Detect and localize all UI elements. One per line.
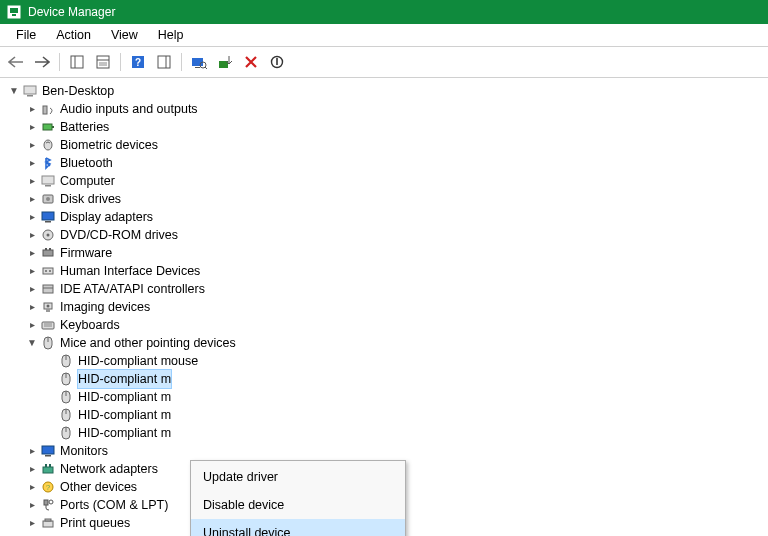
tree-category[interactable]: ▸Audio inputs and outputs — [8, 100, 768, 118]
category-icon — [40, 497, 56, 513]
context-menu: Update driver Disable device Uninstall d… — [190, 460, 406, 536]
svg-rect-43 — [46, 309, 50, 312]
expand-arrow-icon[interactable]: ▼ — [26, 334, 38, 352]
expand-arrow-icon[interactable]: ▸ — [26, 100, 38, 118]
app-icon — [6, 4, 22, 20]
category-icon — [40, 209, 56, 225]
expand-arrow-icon[interactable]: ▸ — [26, 154, 38, 172]
category-label: Display adapters — [60, 208, 153, 226]
expand-arrow-icon[interactable]: ▸ — [26, 208, 38, 226]
tree-category[interactable]: ▸Monitors — [8, 442, 768, 460]
expand-arrow-icon[interactable]: ▸ — [26, 478, 38, 496]
category-label: IDE ATA/ATAPI controllers — [60, 280, 205, 298]
ctx-update-driver[interactable]: Update driver — [191, 463, 405, 491]
expand-arrow-icon[interactable]: ▸ — [26, 298, 38, 316]
help-button[interactable]: ? — [126, 50, 150, 74]
expand-arrow-icon[interactable]: ▸ — [26, 172, 38, 190]
tree-category[interactable]: ▸IDE ATA/ATAPI controllers — [8, 280, 768, 298]
device-label: HID-compliant m — [78, 388, 171, 406]
tree-device[interactable]: HID-compliant m — [8, 388, 768, 406]
svg-rect-39 — [43, 285, 53, 293]
tree-category[interactable]: ▸Disk drives — [8, 190, 768, 208]
svg-rect-33 — [43, 250, 53, 256]
mouse-icon — [58, 407, 74, 423]
ctx-disable-device[interactable]: Disable device — [191, 491, 405, 519]
forward-button[interactable] — [30, 50, 54, 74]
device-label: HID-compliant m — [78, 370, 171, 388]
tree-category[interactable]: ▸Imaging devices — [8, 298, 768, 316]
expand-arrow-icon[interactable]: ▸ — [26, 118, 38, 136]
svg-rect-25 — [42, 176, 54, 184]
tree-device[interactable]: HID-compliant m — [8, 424, 768, 442]
svg-rect-34 — [45, 248, 47, 250]
svg-line-16 — [205, 67, 207, 69]
category-label: Network adapters — [60, 460, 158, 478]
tree-category[interactable]: ▸Batteries — [8, 118, 768, 136]
svg-point-42 — [47, 305, 50, 308]
show-hide-console-tree-button[interactable] — [65, 50, 89, 74]
svg-rect-22 — [43, 124, 52, 130]
expand-arrow-icon[interactable]: ▸ — [26, 136, 38, 154]
back-button[interactable] — [4, 50, 28, 74]
tree-category[interactable]: ▸Biometric devices — [8, 136, 768, 154]
svg-text:?: ? — [46, 483, 51, 492]
expand-arrow-icon[interactable]: ▸ — [26, 262, 38, 280]
tree-device-selected[interactable]: HID-compliant m — [8, 370, 768, 388]
svg-rect-66 — [44, 500, 48, 505]
toolbar-separator — [59, 53, 60, 71]
category-label: Print queues — [60, 514, 130, 532]
expand-arrow-icon[interactable]: ▸ — [26, 442, 38, 460]
svg-rect-20 — [27, 95, 33, 97]
svg-rect-23 — [52, 126, 54, 128]
action-pane-button[interactable] — [152, 50, 176, 74]
expand-arrow-icon[interactable]: ▸ — [26, 244, 38, 262]
tree-category[interactable]: ▸Firmware — [8, 244, 768, 262]
svg-point-37 — [45, 270, 47, 272]
svg-rect-1 — [10, 8, 18, 13]
menu-help[interactable]: Help — [148, 26, 194, 44]
titlebar: Device Manager — [0, 0, 768, 24]
update-driver-button[interactable] — [213, 50, 237, 74]
disable-device-button[interactable] — [265, 50, 289, 74]
expand-arrow-icon[interactable]: ▸ — [26, 226, 38, 244]
tree-category[interactable]: ▸Human Interface Devices — [8, 262, 768, 280]
scan-hardware-button[interactable] — [187, 50, 211, 74]
tree-root[interactable]: ▼ Ben-Desktop — [8, 82, 768, 100]
properties-button[interactable] — [91, 50, 115, 74]
category-label: Monitors — [60, 442, 108, 460]
ctx-uninstall-device[interactable]: Uninstall device — [191, 519, 405, 536]
menu-view[interactable]: View — [101, 26, 148, 44]
svg-rect-21 — [43, 106, 47, 114]
expand-arrow-icon[interactable]: ▸ — [26, 496, 38, 514]
tree-category[interactable]: ▸Display adapters — [8, 208, 768, 226]
computer-icon — [22, 83, 38, 99]
category-icon — [40, 515, 56, 531]
tree-category[interactable]: ▸Keyboards — [8, 316, 768, 334]
menu-file[interactable]: File — [6, 26, 46, 44]
category-label: Imaging devices — [60, 298, 150, 316]
tree-category[interactable]: ▸DVD/CD-ROM drives — [8, 226, 768, 244]
category-label: Keyboards — [60, 316, 120, 334]
expand-arrow-icon[interactable]: ▸ — [26, 316, 38, 334]
expand-arrow-icon[interactable]: ▸ — [26, 460, 38, 478]
category-icon — [40, 281, 56, 297]
expand-arrow-icon[interactable]: ▼ — [8, 82, 20, 100]
tree-category[interactable]: ▸Bluetooth — [8, 154, 768, 172]
expand-arrow-icon[interactable]: ▸ — [26, 514, 38, 532]
toolbar-separator — [120, 53, 121, 71]
category-label: Bluetooth — [60, 154, 113, 172]
svg-text:?: ? — [135, 57, 141, 68]
tree-category-mice[interactable]: ▼ Mice and other pointing devices — [8, 334, 768, 352]
tree-device[interactable]: HID-compliant mouse — [8, 352, 768, 370]
category-label: Computer — [60, 172, 115, 190]
svg-point-32 — [47, 234, 50, 237]
svg-rect-35 — [49, 248, 51, 250]
tree-category[interactable]: ▸Computer — [8, 172, 768, 190]
toolbar-separator — [181, 53, 182, 71]
device-tree[interactable]: ▼ Ben-Desktop ▸Audio inputs and outputs▸… — [0, 78, 768, 536]
expand-arrow-icon[interactable]: ▸ — [26, 190, 38, 208]
menu-action[interactable]: Action — [46, 26, 101, 44]
tree-device[interactable]: HID-compliant m — [8, 406, 768, 424]
expand-arrow-icon[interactable]: ▸ — [26, 280, 38, 298]
uninstall-device-button[interactable] — [239, 50, 263, 74]
